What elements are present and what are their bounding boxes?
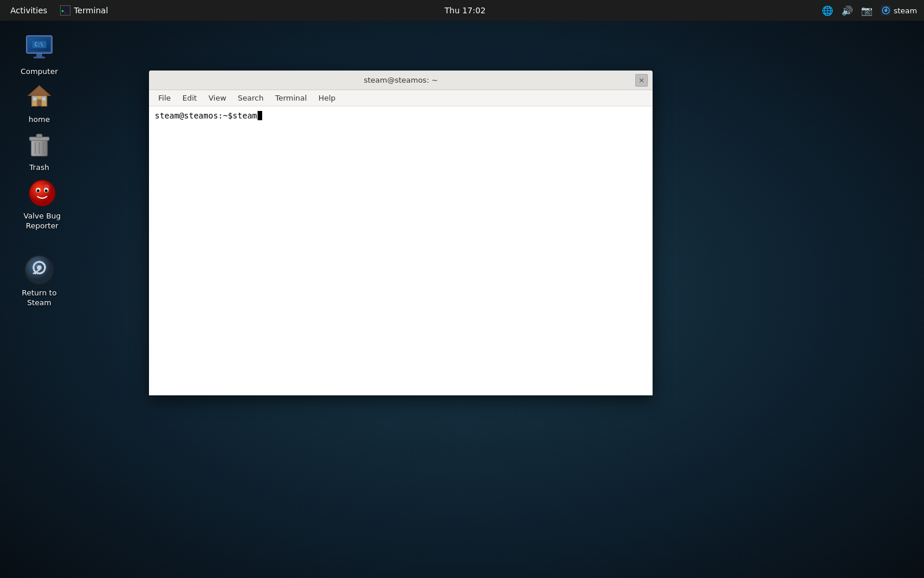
desktop-icon-valve-bug-reporter[interactable]: Valve Bug Reporter [5,173,80,236]
svg-rect-8 [36,53,42,57]
terminal-close-button[interactable]: × [635,74,648,87]
terminal-menu-view[interactable]: View [204,92,231,103]
volume-icon[interactable]: 🔊 [841,5,853,16]
return-to-steam-label: Return to Steam [10,288,68,308]
terminal-menu-help[interactable]: Help [314,92,340,103]
terminal-menu-search[interactable]: Search [233,92,269,103]
camera-icon[interactable]: 📷 [861,5,873,16]
svg-text:C:\: C:\ [35,42,43,47]
steam-tray-label: steam [893,6,917,15]
terminal-prompt-text: steam@steamos:~$ [155,111,233,120]
valve-bug-reporter-icon [27,178,57,208]
trash-icon-label: Trash [29,163,49,173]
terminal-menu-file[interactable]: File [154,92,176,103]
svg-rect-21 [36,134,42,138]
terminal-menu-edit[interactable]: Edit [178,92,202,103]
activities-button[interactable]: Activities [7,5,51,16]
steam-tray-icon[interactable]: steam [881,5,917,16]
terminal-titlebar: steam@steamos: ~ × [149,71,653,90]
topbar-clock: Thu 17:02 [445,6,486,15]
terminal-app-icon: ▶_ [60,5,70,16]
topbar-appname: ▶_ Terminal [60,5,108,16]
svg-rect-15 [37,100,41,106]
svg-rect-16 [33,97,36,101]
computer-icon-label: Computer [21,67,58,77]
desktop-icon-home[interactable]: home [5,77,74,129]
topbar-right: 🌐 🔊 📷 steam [822,5,917,16]
topbar-left: Activities ▶_ Terminal [7,5,108,16]
svg-text:▶_: ▶_ [62,9,67,13]
terminal-menu-terminal[interactable]: Terminal [270,92,311,103]
svg-point-26 [29,180,55,206]
terminal-prompt-line: steam@steamos:~$ steam [155,111,647,120]
desktop-icon-computer[interactable]: C:\ Computer [5,29,74,81]
valve-bug-reporter-label: Valve Bug Reporter [10,212,74,231]
svg-marker-14 [29,86,50,96]
desktop-icon-trash[interactable]: Trash [5,125,74,177]
topbar: Activities ▶_ Terminal Thu 17:02 🌐 🔊 📷 [0,0,924,21]
terminal-command-text: steam [233,111,257,120]
network-icon[interactable]: 🌐 [822,5,833,16]
svg-point-29 [37,190,40,192]
home-icon [24,81,54,112]
desktop-icon-return-to-steam[interactable]: Return to Steam [5,250,74,313]
terminal-body[interactable]: steam@steamos:~$ steam [149,106,653,395]
terminal-title: steam@steamos: ~ [364,76,438,84]
svg-point-31 [44,184,50,190]
svg-rect-17 [42,97,46,101]
computer-icon: C:\ [24,34,54,64]
terminal-cursor [258,111,262,120]
return-to-steam-icon [24,255,54,285]
svg-rect-9 [33,57,45,58]
topbar-app-label: Terminal [74,6,108,15]
terminal-window: steam@steamos: ~ × File Edit View Search… [149,71,653,395]
home-icon-label: home [29,115,50,125]
trash-icon [24,129,54,160]
terminal-menubar: File Edit View Search Terminal Help [149,90,653,106]
